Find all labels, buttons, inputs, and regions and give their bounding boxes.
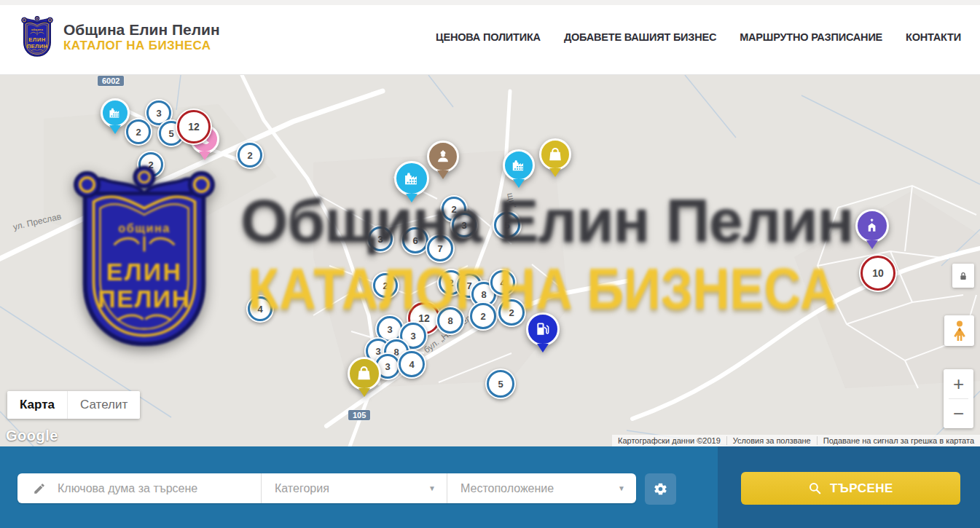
pencil-icon (33, 482, 46, 495)
factory-icon (403, 170, 420, 187)
bag-icon (547, 146, 563, 162)
site-title: Община Елин Пелин (63, 21, 220, 39)
pegman-icon (951, 320, 968, 342)
chevron-down-icon: ▼ (618, 484, 625, 492)
category-select[interactable]: Категория ▼ (261, 473, 447, 503)
attribution-link[interactable]: Условия за ползване (726, 436, 817, 445)
location-select[interactable]: Местоположение ▼ (447, 473, 636, 503)
keyword-section (17, 473, 261, 503)
factory-icon (511, 157, 527, 173)
map-pin-factory[interactable] (101, 98, 130, 127)
zoom-in-button[interactable]: + (944, 369, 973, 398)
church-icon (863, 217, 880, 234)
header: община ЕЛИН ПЕЛИН Община Елин Пелин КАТА… (0, 0, 980, 75)
attribution-link[interactable]: Подаване на сигнал за грешка в картата (817, 436, 980, 445)
main-nav: ЦЕНОВА ПОЛИТИКАДОБАВЕТЕ ВАШИЯТ БИЗНЕСМАР… (436, 31, 961, 43)
chevron-down-icon: ▼ (428, 484, 436, 492)
nav-item-contacts[interactable]: КОНТАКТИ (906, 31, 961, 43)
search-button-label: ТЪРСЕНЕ (830, 481, 893, 496)
site-subtitle: КАТАЛОГ НА БИЗНЕСА (63, 39, 220, 53)
map-attribution: Картографски данни ©2019Условия за ползв… (612, 435, 980, 446)
worker-icon (435, 149, 451, 165)
zoom-out-button[interactable]: − (944, 399, 973, 428)
zoom-control: + − (944, 369, 973, 428)
search-button[interactable]: ТЪРСЕНЕ (741, 472, 960, 505)
map-pin-fuel[interactable] (526, 312, 560, 346)
lock-icon (957, 269, 969, 283)
category-select-value: Категория (275, 482, 329, 495)
lock-control[interactable] (952, 264, 974, 288)
page: община ЕЛИН ПЕЛИН Община Елин Пелин КАТА… (0, 0, 980, 528)
attribution-copyright: Картографски данни ©2019 (612, 436, 726, 445)
fuel-icon (534, 320, 551, 337)
brand-text: Община Елин Пелин КАТАЛОГ НА БИЗНЕСА (63, 21, 220, 53)
map-type-map-button[interactable]: Карта (7, 391, 67, 419)
map-pin-church[interactable] (855, 209, 889, 243)
nav-item-pricing-policy[interactable]: ЦЕНОВА ПОЛИТИКА (436, 31, 541, 43)
brand-logo[interactable]: община ЕЛИН ПЕЛИН Община Елин Пелин КАТА… (19, 14, 220, 60)
municipality-crest-icon: община ЕЛИН ПЕЛИН (19, 14, 55, 60)
street-view-pegman[interactable] (944, 315, 974, 346)
map-canvas[interactable]: 6002105 ул. Преславбул. „Новоселщи" 3251… (0, 75, 980, 446)
map-pin-factory[interactable] (503, 149, 535, 181)
map-pin-bag[interactable] (539, 138, 571, 170)
map-pin-worker[interactable] (427, 141, 459, 173)
svg-text:община: община (31, 28, 44, 31)
keyword-input[interactable] (56, 481, 261, 496)
map-pin-bag[interactable] (348, 357, 381, 390)
nav-item-add-your-business[interactable]: ДОБАВЕТЕ ВАШИЯТ БИЗНЕС (564, 31, 716, 43)
advanced-search-settings-button[interactable] (645, 473, 676, 505)
svg-text:ПЕЛИН: ПЕЛИН (27, 43, 48, 50)
map-type-satellite-button[interactable]: Сателит (67, 391, 140, 419)
map-type-control: Карта Сателит (7, 391, 140, 419)
marker-layer-pins (0, 75, 980, 446)
factory-icon (108, 106, 122, 120)
map-pin-factory[interactable] (394, 161, 429, 196)
search-input-group: Категория ▼ Местоположение ▼ (17, 473, 636, 503)
svg-text:ЕЛИН: ЕЛИН (28, 36, 46, 43)
location-select-value: Местоположение (460, 482, 554, 495)
search-icon (808, 481, 822, 495)
gear-icon (653, 481, 668, 497)
bag-icon (356, 365, 372, 382)
search-bar: ТЪРСЕНЕ Категория ▼ Местоположение ▼ (0, 446, 980, 528)
search-bar-right-panel: ТЪРСЕНЕ (718, 446, 980, 528)
google-logo[interactable]: Google (6, 427, 58, 444)
nav-item-route-schedule[interactable]: МАРШРУТНО РАЗПИСАНИЕ (740, 31, 882, 43)
